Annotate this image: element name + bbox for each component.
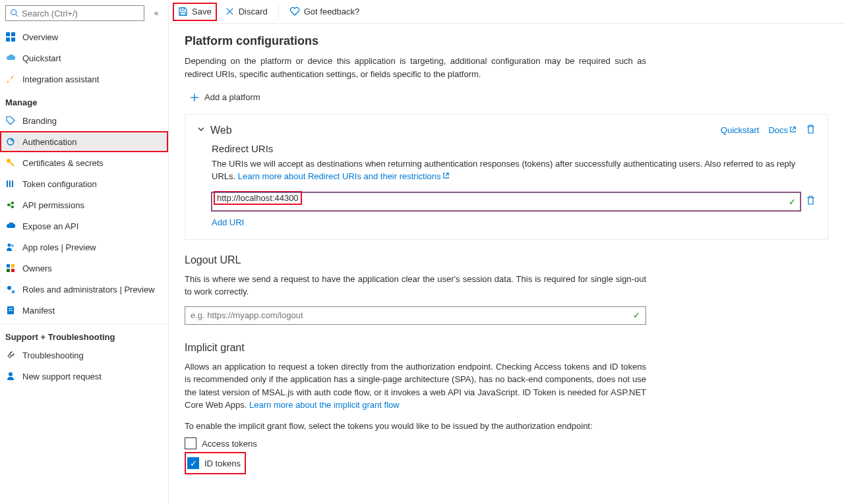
id-tokens-highlight: ✓ ID tokens [185, 452, 246, 474]
svg-rect-11 [9, 181, 11, 187]
sidebar-item-roles[interactable]: Roles and administrators | Preview [0, 279, 168, 300]
redirect-learn-more-link[interactable]: Learn more about Redirect URIs and their… [238, 171, 450, 181]
external-link-icon [442, 172, 450, 179]
sidebar: « Overview Quickstart Integration assist… [0, 0, 169, 504]
sidebar-item-token-config[interactable]: Token configuration [0, 173, 168, 194]
add-platform-button[interactable]: Add a platform [190, 92, 260, 102]
svg-rect-4 [6, 38, 10, 42]
svg-point-19 [11, 244, 14, 247]
svg-rect-3 [11, 32, 15, 36]
search-box[interactable] [5, 5, 144, 21]
id-tokens-checkbox[interactable]: ✓ [187, 457, 199, 469]
feedback-button[interactable]: Got feedback? [284, 3, 365, 21]
sidebar-item-expose-api[interactable]: Expose an API [0, 215, 168, 237]
sidebar-item-certificates[interactable]: Certificates & secrets [0, 152, 168, 173]
sidebar-item-branding[interactable]: Branding [0, 110, 168, 131]
support-icon [5, 371, 16, 381]
logout-url-input[interactable]: ✓ [185, 306, 646, 325]
sidebar-item-api-permissions[interactable]: API permissions [0, 194, 168, 215]
uri-value: http://localhost:44300 [214, 191, 302, 205]
nav-group-manage: Manage [0, 90, 168, 110]
nav-label: Owners [22, 264, 52, 273]
sidebar-item-quickstart[interactable]: Quickstart [0, 47, 168, 69]
nav-label: Authentication [22, 137, 76, 147]
cloud-icon [5, 53, 16, 63]
nav-label: Branding [22, 116, 57, 126]
web-title: Web [210, 125, 711, 136]
logout-title: Logout URL [185, 254, 828, 266]
svg-rect-20 [7, 264, 10, 267]
svg-point-18 [8, 244, 11, 247]
nav-label: Token configuration [22, 179, 97, 189]
web-platform-card: Web Quickstart Docs Redirect URIs The UR… [185, 114, 828, 240]
trash-icon [806, 195, 816, 206]
cloud-api-icon [5, 221, 16, 231]
discard-button[interactable]: Discard [220, 3, 273, 21]
feedback-label: Got feedback? [304, 7, 360, 16]
manifest-icon [5, 305, 16, 316]
svg-line-9 [10, 162, 14, 166]
tag-icon [5, 115, 16, 126]
people-icon [5, 242, 16, 252]
nav-label: Troubleshooting [22, 350, 84, 360]
web-quickstart-link[interactable]: Quickstart [721, 125, 760, 135]
close-icon [225, 7, 235, 16]
nav-label: Overview [22, 32, 58, 42]
collapse-sidebar-button[interactable]: « [150, 9, 163, 18]
implicit-desc: Allows an application to request a token… [185, 360, 646, 412]
roles-icon [5, 284, 16, 294]
svg-rect-10 [7, 181, 8, 187]
svg-rect-21 [11, 264, 15, 267]
redirect-uris-desc: The URIs we will accept as destinations … [212, 158, 816, 183]
add-platform-label: Add a platform [204, 92, 260, 102]
delete-platform-button[interactable] [806, 124, 816, 136]
svg-rect-22 [7, 269, 10, 272]
nav-label: Certificates & secrets [22, 158, 104, 168]
nav-label: Expose an API [22, 221, 78, 231]
search-input[interactable] [22, 9, 140, 18]
id-tokens-checkbox-row: ✓ ID tokens [187, 457, 241, 469]
access-tokens-checkbox[interactable] [185, 437, 196, 449]
svg-rect-5 [11, 38, 15, 42]
nav-label: New support request [22, 372, 102, 381]
chevron-down-icon[interactable] [197, 125, 205, 135]
implicit-title: Implicit grant [185, 342, 828, 354]
nav-label: Roles and administrators | Preview [22, 285, 155, 294]
owners-icon [5, 263, 16, 273]
trash-icon [806, 124, 816, 134]
access-tokens-label: Access tokens [202, 439, 257, 449]
sidebar-item-manifest[interactable]: Manifest [0, 300, 168, 321]
svg-rect-2 [6, 32, 10, 36]
logout-url-field[interactable] [191, 310, 633, 320]
implicit-learn-more-link[interactable]: Learn more about the implicit grant flow [249, 400, 400, 410]
web-docs-link[interactable]: Docs [768, 125, 797, 135]
rocket-icon [5, 74, 16, 84]
sidebar-item-integration[interactable]: Integration assistant [0, 69, 168, 90]
delete-uri-button[interactable] [806, 195, 816, 208]
nav-label: App roles | Preview [22, 242, 96, 252]
sidebar-item-overview[interactable]: Overview [0, 26, 168, 47]
sidebar-item-troubleshooting[interactable]: Troubleshooting [0, 345, 168, 366]
sidebar-item-owners[interactable]: Owners [0, 258, 168, 279]
check-icon: ✓ [789, 196, 796, 206]
sidebar-item-authentication[interactable]: Authentication [0, 131, 168, 152]
redirect-uri-input[interactable]: http://localhost:44300 ✓ [212, 192, 800, 211]
auth-icon [5, 136, 16, 147]
add-uri-button[interactable]: Add URI [212, 217, 816, 227]
save-icon [178, 7, 188, 16]
svg-point-24 [7, 286, 11, 290]
svg-rect-12 [12, 181, 13, 187]
token-icon [5, 179, 16, 189]
nav-label: API permissions [22, 200, 84, 210]
svg-point-6 [7, 81, 9, 83]
wrench-icon [5, 350, 16, 360]
redirect-uris-title: Redirect URIs [212, 143, 816, 154]
sidebar-item-new-support[interactable]: New support request [0, 366, 168, 387]
svg-rect-27 [9, 310, 13, 311]
sidebar-item-app-roles[interactable]: App roles | Preview [0, 237, 168, 258]
command-bar: Save Discard Got feedback? [169, 0, 844, 24]
platform-desc: Depending on the platform or device this… [185, 55, 646, 80]
discard-label: Discard [239, 7, 268, 16]
save-button[interactable]: Save [173, 3, 217, 21]
svg-rect-23 [11, 269, 15, 272]
